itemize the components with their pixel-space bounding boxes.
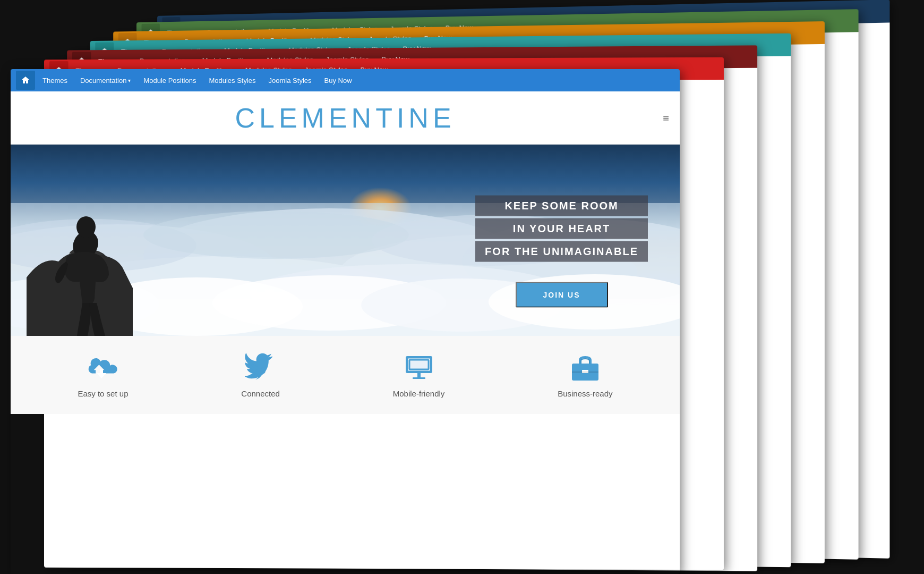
cloud-download-icon — [87, 352, 119, 384]
feature-label-0: Easy to set up — [78, 389, 128, 398]
feature-mobile: Mobile-friendly — [393, 352, 445, 398]
svg-marker-17 — [97, 373, 106, 378]
nav-joomla-front[interactable]: Joomla Styles — [263, 73, 317, 88]
hamburger-icon[interactable]: ≡ — [663, 112, 669, 124]
hero-section: KEEP SOME ROOM IN YOUR HEART FOR THE UNI… — [11, 145, 680, 336]
nav-positions-front[interactable]: Module Positions — [138, 73, 201, 88]
feature-easy-setup: Easy to set up — [78, 352, 128, 398]
features-section: Easy to set up Connected — [11, 336, 680, 414]
nav-docs-front[interactable]: Documentation ▾ — [75, 73, 136, 88]
feature-business: Business-ready — [558, 352, 612, 398]
site-header: CLEMENTINE ≡ — [11, 91, 680, 145]
svg-rect-21 — [413, 377, 425, 379]
join-button[interactable]: JOIN US — [516, 282, 608, 308]
feature-label-3: Business-ready — [558, 389, 612, 398]
feature-connected: Connected — [241, 352, 280, 398]
feature-label-1: Connected — [241, 389, 280, 398]
hero-line-2: IN YOUR HEART — [475, 218, 648, 239]
nav-themes-front[interactable]: Themes — [37, 73, 73, 88]
hero-line-1: KEEP SOME ROOM — [475, 196, 648, 216]
theme-card-front: Themes Documentation ▾ Module Positions … — [11, 69, 680, 574]
hero-text-overlay: KEEP SOME ROOM IN YOUR HEART FOR THE UNI… — [475, 196, 648, 308]
svg-rect-22 — [409, 360, 429, 369]
site-title: CLEMENTINE — [235, 102, 455, 134]
hero-line-3: FOR THE UNIMAGINABLE — [475, 241, 648, 262]
navbar-front: Themes Documentation ▾ Module Positions … — [11, 69, 680, 91]
twitter-icon — [245, 352, 277, 384]
svg-rect-25 — [572, 372, 598, 373]
nav-buy-front[interactable]: Buy Now — [319, 73, 357, 88]
svg-point-15 — [76, 216, 96, 238]
nav-home-front[interactable] — [16, 71, 35, 90]
nav-styles-front[interactable]: Modules Styles — [203, 73, 261, 88]
briefcase-icon — [569, 352, 601, 384]
feature-label-2: Mobile-friendly — [393, 389, 445, 398]
svg-rect-20 — [417, 373, 421, 377]
monitor-icon — [403, 352, 435, 384]
svg-point-7 — [143, 211, 409, 259]
stack-container: Themes ▾ Documentation ▾ Module Position… — [0, 0, 924, 574]
person-silhouette — [27, 161, 165, 336]
